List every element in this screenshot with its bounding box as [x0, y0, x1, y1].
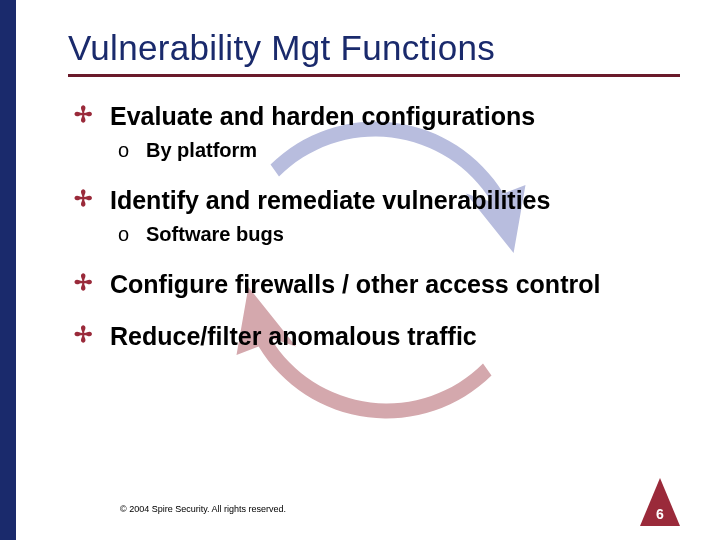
circle-bullet-icon: o: [118, 221, 132, 247]
item-text: Evaluate and harden configurations: [110, 101, 535, 131]
sub-item-text: Software bugs: [146, 221, 284, 247]
title-underline: [68, 74, 680, 77]
plus-icon: ✢: [74, 185, 92, 213]
plus-icon: ✢: [74, 321, 92, 349]
slide-title: Vulnerability Mgt Functions: [68, 28, 680, 68]
list-item: ✢ Reduce/filter anomalous traffic: [68, 321, 680, 351]
plus-icon: ✢: [74, 101, 92, 129]
sub-list-item: o Software bugs: [118, 221, 680, 247]
circle-bullet-icon: o: [118, 137, 132, 163]
copyright-footer: © 2004 Spire Security. All rights reserv…: [120, 504, 286, 514]
slide-content: Vulnerability Mgt Functions ✢ Evaluate a…: [16, 0, 720, 540]
sub-item-text: By platform: [146, 137, 257, 163]
slide-number: 6: [640, 506, 680, 522]
bullet-list: ✢ Evaluate and harden configurations o B…: [68, 101, 680, 351]
list-item: ✢ Configure firewalls / other access con…: [68, 269, 680, 299]
left-accent-bar: [0, 0, 16, 540]
sub-list-item: o By platform: [118, 137, 680, 163]
item-text: Reduce/filter anomalous traffic: [110, 321, 477, 351]
list-item: ✢ Identify and remediate vulnerabilities…: [68, 185, 680, 247]
plus-icon: ✢: [74, 269, 92, 297]
slide-number-badge: 6: [640, 478, 680, 526]
list-item: ✢ Evaluate and harden configurations o B…: [68, 101, 680, 163]
item-text: Configure firewalls / other access contr…: [110, 269, 600, 299]
item-text: Identify and remediate vulnerabilities: [110, 185, 550, 215]
